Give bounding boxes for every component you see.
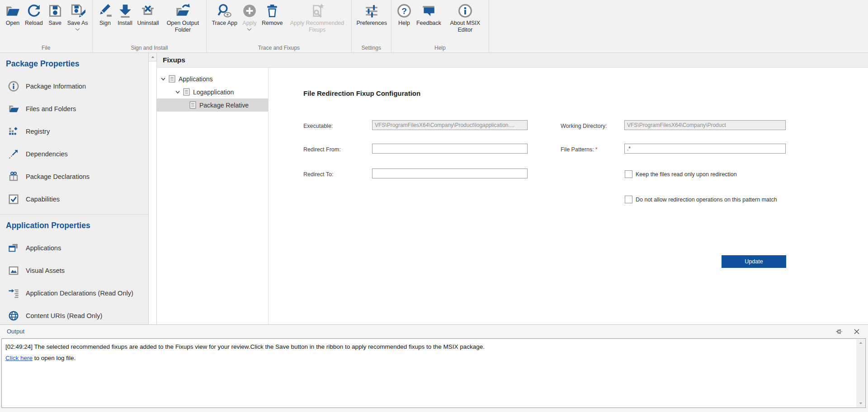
ribbon: OpenReloadSaveSave AsFileSignInstallUnin…: [0, 0, 868, 53]
ribbon-button-label: Remove: [262, 20, 283, 27]
ribbon-button-label: Open: [6, 20, 20, 27]
fixups-header: Fixups: [157, 53, 868, 68]
ribbon-button-label: Open Output Folder: [163, 20, 202, 33]
sidebar-item-application-declarations-read-only[interactable]: Application Declarations (Read Only): [0, 282, 148, 304]
install-button[interactable]: Install: [115, 2, 135, 28]
sidebar-item-files-and-folders[interactable]: Files and Folders: [0, 98, 148, 120]
checkbox-keep-the-files-read-only-upon-redirection[interactable]: Keep the files read only upon redirectio…: [625, 170, 737, 178]
trace-app-icon: [217, 3, 232, 19]
sign-button[interactable]: Sign: [95, 2, 115, 28]
tree-item-applications[interactable]: Applications: [157, 72, 268, 85]
executable-input: [372, 120, 528, 130]
uninstall-button[interactable]: Uninstall: [135, 2, 161, 28]
ribbon-button-label: Help: [398, 20, 410, 27]
chevron-down-icon: [75, 28, 80, 31]
save-icon: [47, 3, 63, 19]
tree-item-label: Logapplication: [193, 89, 234, 96]
fixup-form: File Redirection Fixup Configuration Exe…: [269, 68, 868, 324]
ribbon-group-help: ?HelpFeedbackAbout MSIX EditorHelp: [392, 0, 489, 52]
close-icon[interactable]: [854, 328, 860, 335]
scroll-up-icon: [151, 55, 155, 59]
sidebar-item-label: Application Declarations (Read Only): [26, 290, 133, 297]
ribbon-button-label: Save: [48, 20, 61, 27]
about-msix-editor-button[interactable]: About MSIX Editor: [443, 2, 487, 34]
sidebar-item-visual-assets[interactable]: Visual Assets: [0, 259, 148, 282]
sign-icon: [98, 3, 113, 19]
sidebar-item-dependencies[interactable]: Dependencies: [0, 143, 148, 165]
open-output-folder-button[interactable]: Open Output Folder: [161, 2, 204, 34]
ribbon-buttons: OpenReloadSaveSave As: [3, 2, 90, 32]
save-button[interactable]: Save: [45, 2, 65, 28]
output-panel: Output [02:49:24] The selected recommend…: [0, 324, 868, 412]
tree-item-logapplication[interactable]: Logapplication: [157, 85, 268, 98]
ribbon-buttons: Trace AppApplyRemoveApply Recommended Fi…: [209, 2, 349, 34]
registry-icon: [8, 126, 19, 137]
checkbox-do-not-allow-redirection-operations-on-this-pattern-match[interactable]: Do not allow redirection operations on t…: [625, 196, 777, 203]
apply-recommended-fixups-button: Apply Recommended Fixups: [285, 2, 349, 34]
redirect-from-input[interactable]: [372, 144, 528, 154]
open-button[interactable]: Open: [3, 2, 23, 28]
ribbon-group-caption: File: [0, 45, 92, 51]
log-line-1: [02:49:24] The selected recommended fixu…: [5, 341, 852, 352]
remove-icon: [264, 3, 280, 19]
sidebar-item-package-declarations[interactable]: Package Declarations: [0, 165, 148, 188]
sidebar-item-applications[interactable]: Applications: [0, 237, 148, 259]
output-log: [02:49:24] The selected recommended fixu…: [1, 338, 866, 408]
checkbox-box: [625, 170, 632, 178]
app-declarations-icon: [8, 287, 19, 299]
sidebar-item-label: Package Declarations: [26, 173, 90, 180]
update-button[interactable]: Update: [722, 255, 786, 268]
remove-button[interactable]: Remove: [259, 2, 285, 28]
sidebar-item-content-uris-read-only[interactable]: Content URIs (Read Only): [0, 304, 148, 324]
ribbon-groups: OpenReloadSaveSave AsFileSignInstallUnin…: [0, 0, 868, 52]
scroll-up-button[interactable]: [149, 53, 156, 61]
trace-app-button[interactable]: Trace App: [209, 2, 240, 28]
applications-icon: [8, 242, 19, 254]
sidebar-heading-package-properties: Package Properties: [6, 59, 148, 69]
redirect-to-input[interactable]: [372, 169, 528, 178]
output-scrollbar[interactable]: [856, 339, 865, 407]
apply-icon: [242, 3, 257, 19]
ribbon-button-label: Sign: [99, 20, 111, 27]
package-declarations-icon: [8, 171, 19, 183]
sidebar-item-registry[interactable]: Registry: [0, 120, 148, 143]
executable-label: Executable:: [303, 123, 333, 129]
fixups-tree: ApplicationsLogapplicationPackage Relati…: [157, 68, 269, 324]
sidebar-item-label: Package Information: [26, 83, 86, 90]
install-icon: [118, 3, 133, 19]
checkbox-label: Keep the files read only upon redirectio…: [636, 171, 737, 178]
ribbon-button-label: Uninstall: [137, 20, 159, 27]
ribbon-buttons: SignInstallUninstallOpen Output Folder: [95, 2, 205, 34]
preferences-button[interactable]: Preferences: [354, 2, 389, 28]
globe-icon: [8, 310, 19, 322]
svg-text:?: ?: [401, 6, 407, 16]
file-patterns-label: File Patterns:*: [561, 146, 598, 153]
help-button[interactable]: ?Help: [394, 2, 414, 28]
ribbon-group-caption: Sign and Install: [93, 45, 207, 51]
sidebar-scrollbar[interactable]: [148, 53, 157, 324]
pin-icon[interactable]: [835, 328, 843, 335]
tree-item-package-relative[interactable]: Package Relative: [157, 98, 268, 112]
ribbon-group-caption: Trace and Fixups: [207, 45, 351, 51]
save-as-button[interactable]: Save As: [65, 2, 90, 32]
document-icon: [189, 101, 196, 109]
ribbon-group-caption: Help: [392, 45, 489, 51]
capabilities-icon: [8, 193, 19, 205]
working-directory-label: Working Directory:: [561, 123, 607, 129]
reload-button[interactable]: Reload: [23, 2, 45, 28]
file-patterns-input[interactable]: [624, 144, 786, 154]
sidebar-item-label: Content URIs (Read Only): [26, 312, 102, 319]
ribbon-group-trace-and-fixups: Trace AppApplyRemoveApply Recommended Fi…: [207, 0, 351, 52]
tree-expander-icon[interactable]: [175, 90, 180, 94]
uninstall-icon: [140, 3, 156, 19]
log-link[interactable]: Click here: [5, 355, 33, 361]
dependencies-icon: [8, 148, 19, 160]
sidebar-item-package-information[interactable]: Package Information: [0, 75, 148, 98]
scroll-up-icon: [859, 341, 863, 345]
ribbon-button-label: Apply: [242, 20, 256, 27]
output-title: Output: [7, 328, 24, 335]
tree-expander-icon[interactable]: [160, 77, 166, 81]
ribbon-button-label: Reload: [25, 20, 43, 27]
feedback-button[interactable]: Feedback: [414, 2, 443, 28]
sidebar-item-capabilities[interactable]: Capabilities: [0, 188, 148, 211]
